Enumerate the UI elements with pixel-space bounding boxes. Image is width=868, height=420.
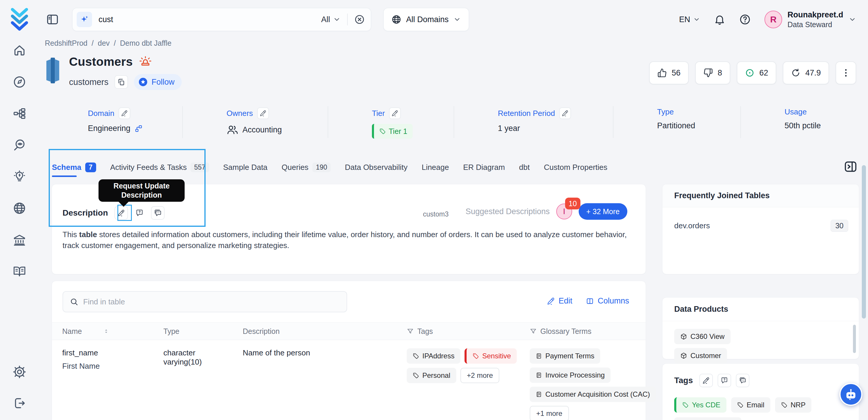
tag-pill-sensitive[interactable]: Sensitive: [465, 348, 517, 364]
col-header-tags[interactable]: Tags: [417, 327, 433, 336]
glossary-term-pill[interactable]: Payment Terms: [530, 348, 600, 364]
more-tags-pill[interactable]: +2 more: [460, 368, 500, 383]
more-actions-button[interactable]: [836, 61, 856, 84]
global-search[interactable]: All: [72, 8, 371, 31]
tag-icon: [413, 353, 419, 359]
health-button[interactable]: 62: [737, 61, 776, 84]
governance-bank-icon[interactable]: [13, 233, 26, 247]
likes-button[interactable]: 56: [649, 61, 689, 84]
retention-label[interactable]: Retention Period: [498, 109, 555, 118]
find-in-table-input[interactable]: [83, 297, 340, 306]
usage-label[interactable]: Usage: [784, 107, 807, 117]
workflows-sitemap-icon[interactable]: [13, 107, 26, 120]
tag-pill[interactable]: IPAddress: [407, 348, 460, 364]
language-dropdown[interactable]: EN: [679, 15, 700, 24]
request-update-icon[interactable]: [133, 206, 146, 220]
edit-retention-icon[interactable]: [559, 107, 571, 119]
search-input[interactable]: [98, 15, 321, 24]
notifications-bell-icon[interactable]: [714, 13, 725, 25]
description-text: This table stores detailed information a…: [63, 229, 635, 251]
col-header-type[interactable]: Type: [163, 327, 179, 336]
asset-tabs: Schema7 Activity Feeds & Tasks557 Sample…: [52, 158, 607, 176]
follow-button[interactable]: Follow: [134, 74, 182, 90]
column-name[interactable]: first_name: [62, 348, 153, 357]
edit-description-icon[interactable]: [115, 206, 128, 220]
sidebar-toggle-icon[interactable]: [46, 13, 59, 26]
owners-value[interactable]: Accounting: [242, 125, 282, 134]
tier-badge[interactable]: Tier 1: [372, 124, 413, 139]
find-in-table[interactable]: [63, 291, 347, 312]
domain-label[interactable]: Domain: [88, 109, 115, 118]
filter-funnel-icon[interactable]: [407, 328, 414, 335]
type-label[interactable]: Type: [657, 107, 674, 117]
insights-lightbulb-icon[interactable]: [13, 170, 26, 183]
tag-pill[interactable]: Personal: [407, 368, 456, 383]
clear-search-icon[interactable]: [354, 14, 365, 25]
alert-siren-icon[interactable]: [138, 55, 152, 69]
edit-domain-icon[interactable]: [119, 107, 130, 119]
observability-search-eye-icon[interactable]: [13, 138, 26, 152]
sort-icon[interactable]: [103, 328, 110, 335]
breadcrumb-connection[interactable]: RedshiftProd: [45, 39, 88, 48]
user-menu[interactable]: R Rounakpreet.d Data Steward: [765, 10, 856, 29]
popularity-button[interactable]: 47.9: [783, 61, 829, 84]
home-icon[interactable]: [13, 44, 26, 57]
data-product-pill[interactable]: Customer: [674, 348, 727, 363]
tab-data-observability[interactable]: Data Observability: [345, 158, 407, 176]
domain-value[interactable]: Engineering: [88, 124, 130, 133]
columns-button[interactable]: Columns: [586, 296, 629, 305]
request-tag-update-icon[interactable]: [718, 374, 731, 387]
edit-tags-icon[interactable]: [699, 374, 713, 387]
breadcrumb-schema[interactable]: dev: [98, 39, 110, 48]
tag-pill-yes-cde[interactable]: Yes CDE: [674, 397, 726, 413]
edit-owners-icon[interactable]: [257, 107, 269, 119]
suggested-avatar[interactable]: I 10: [556, 204, 572, 219]
logout-icon[interactable]: [13, 396, 26, 410]
page-scrollbar[interactable]: [862, 165, 866, 319]
web-globe-icon[interactable]: [13, 202, 26, 215]
usage-value: 50th pctile: [784, 121, 821, 130]
inner-scrollbar[interactable]: [853, 325, 856, 353]
joined-table-name[interactable]: dev.orders: [674, 221, 710, 230]
tab-activity-feeds[interactable]: Activity Feeds & Tasks557: [110, 158, 209, 176]
tag-pill[interactable]: PhoneNumber: [674, 417, 741, 420]
tier-label[interactable]: Tier: [372, 109, 385, 118]
glossary-term-pill[interactable]: Invoice Processing: [530, 367, 611, 383]
filter-funnel-icon[interactable]: [530, 328, 537, 335]
more-suggestions-button[interactable]: + 32 More: [579, 203, 627, 220]
table-row[interactable]: first_name First Name character varying(…: [52, 340, 646, 420]
tab-sample-data[interactable]: Sample Data: [223, 158, 268, 176]
collapse-panel-icon[interactable]: [843, 159, 858, 174]
tag-comments-icon[interactable]: [736, 374, 749, 387]
discover-compass-icon[interactable]: [13, 75, 26, 89]
tab-er-diagram[interactable]: ER Diagram: [463, 158, 505, 176]
tab-lineage[interactable]: Lineage: [422, 158, 449, 176]
glossary-term-pill[interactable]: Customer Acquisition Cost (CAC): [530, 387, 656, 402]
chatbot-button[interactable]: [839, 383, 862, 406]
tab-schema[interactable]: Schema7: [52, 158, 96, 176]
help-icon[interactable]: [739, 13, 751, 25]
more-glossary-pill[interactable]: +1 more: [530, 406, 569, 420]
tab-queries[interactable]: Queries190: [282, 158, 331, 176]
edit-tier-icon[interactable]: [389, 107, 401, 119]
edit-table-button[interactable]: Edit: [547, 296, 572, 305]
all-domains-dropdown[interactable]: All Domains: [383, 8, 469, 31]
tag-pill[interactable]: Email: [731, 397, 770, 413]
joined-table-row[interactable]: dev.orders 30: [662, 207, 859, 232]
col-header-name[interactable]: Name: [62, 327, 82, 336]
copy-icon[interactable]: [115, 75, 128, 89]
tab-custom-properties[interactable]: Custom Properties: [544, 158, 607, 176]
col-header-description[interactable]: Description: [243, 327, 280, 336]
tab-dbt[interactable]: dbt: [519, 158, 530, 176]
settings-gear-icon[interactable]: [13, 365, 26, 379]
search-scope-dropdown[interactable]: All: [321, 15, 341, 24]
owners-label[interactable]: Owners: [226, 109, 253, 118]
col-header-glossary[interactable]: Glossary Terms: [540, 327, 591, 336]
breadcrumb-database[interactable]: Demo dbt Jaffle: [120, 39, 172, 48]
tag-pill[interactable]: NRP: [775, 397, 812, 413]
data-product-pill[interactable]: C360 View: [674, 329, 731, 344]
glossary-book-icon[interactable]: [13, 265, 26, 278]
search-icon: [70, 297, 79, 306]
dislikes-button[interactable]: 8: [695, 61, 730, 84]
comments-icon[interactable]: [151, 206, 164, 220]
